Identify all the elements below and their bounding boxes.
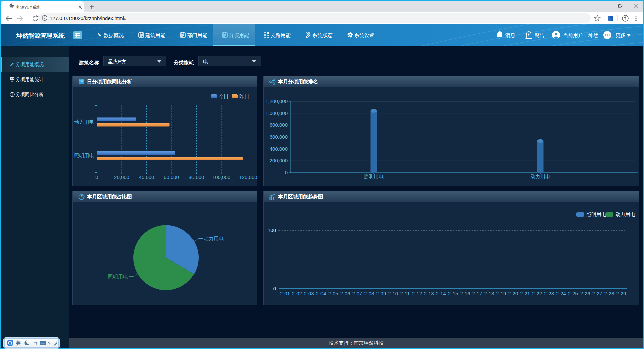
- svg-text:60,000: 60,000: [164, 174, 179, 180]
- svg-text:2-09: 2-09: [376, 290, 386, 296]
- svg-text:2-21: 2-21: [520, 290, 530, 296]
- svg-text:照明用电: 照明用电: [108, 274, 128, 279]
- svg-text:2-03: 2-03: [304, 290, 314, 296]
- svg-text:20,000: 20,000: [114, 174, 129, 180]
- svg-text:2-13: 2-13: [424, 290, 434, 296]
- svg-text:2-08: 2-08: [364, 290, 374, 296]
- svg-text:2-07: 2-07: [352, 290, 362, 296]
- svg-text:2-14: 2-14: [436, 290, 446, 296]
- svg-text:600,000: 600,000: [270, 134, 288, 140]
- svg-text:800,000: 800,000: [270, 122, 288, 128]
- svg-text:动力用电: 动力用电: [74, 119, 94, 125]
- svg-text:照明用电: 照明用电: [364, 173, 384, 179]
- svg-text:2-16: 2-16: [460, 290, 470, 296]
- svg-text:120,000: 120,000: [239, 174, 257, 180]
- svg-text:2-22: 2-22: [532, 290, 542, 296]
- svg-text:0: 0: [273, 286, 276, 292]
- svg-text:2-24: 2-24: [556, 290, 566, 296]
- svg-text:2-18: 2-18: [484, 290, 494, 296]
- svg-text:照明用电: 照明用电: [586, 211, 606, 217]
- svg-text:2-23: 2-23: [544, 290, 554, 296]
- svg-text:2-27: 2-27: [592, 290, 602, 296]
- svg-text:动力用电: 动力用电: [615, 211, 635, 217]
- svg-text:2-05: 2-05: [328, 290, 338, 296]
- svg-text:2-25: 2-25: [568, 290, 578, 296]
- svg-text:0: 0: [95, 174, 98, 180]
- svg-text:昨日: 昨日: [239, 93, 249, 99]
- svg-text:今日: 今日: [219, 93, 229, 99]
- svg-text:200,000: 200,000: [270, 158, 288, 163]
- svg-text:2-06: 2-06: [340, 290, 350, 296]
- svg-text:2-26: 2-26: [580, 290, 590, 296]
- svg-text:100: 100: [268, 227, 276, 233]
- svg-text:2-29: 2-29: [616, 290, 626, 296]
- svg-text:1,200,000: 1,200,000: [265, 98, 288, 104]
- svg-text:2-19: 2-19: [496, 290, 506, 296]
- svg-text:2-01: 2-01: [280, 290, 290, 296]
- svg-text:动力用电: 动力用电: [530, 173, 550, 179]
- svg-text:2-17: 2-17: [472, 290, 482, 296]
- svg-text:照明用电: 照明用电: [74, 153, 94, 158]
- svg-text:2-15: 2-15: [448, 290, 458, 296]
- svg-text:100,000: 100,000: [212, 174, 230, 180]
- svg-text:40,000: 40,000: [139, 174, 154, 180]
- svg-text:英: 英: [15, 340, 21, 346]
- svg-text:0: 0: [285, 170, 288, 176]
- svg-text:2-10: 2-10: [388, 290, 398, 296]
- svg-text:1,000,000: 1,000,000: [265, 110, 288, 116]
- svg-text:80,000: 80,000: [189, 174, 204, 180]
- svg-text:2-02: 2-02: [292, 290, 302, 296]
- svg-text:2-11: 2-11: [400, 290, 410, 296]
- svg-text:2-12: 2-12: [412, 290, 422, 296]
- svg-text:2-04: 2-04: [316, 290, 326, 296]
- svg-text:2-20: 2-20: [508, 290, 518, 296]
- svg-text:动力用电: 动力用电: [204, 236, 224, 241]
- svg-text:2-28: 2-28: [604, 290, 614, 296]
- svg-text:400,000: 400,000: [270, 146, 288, 152]
